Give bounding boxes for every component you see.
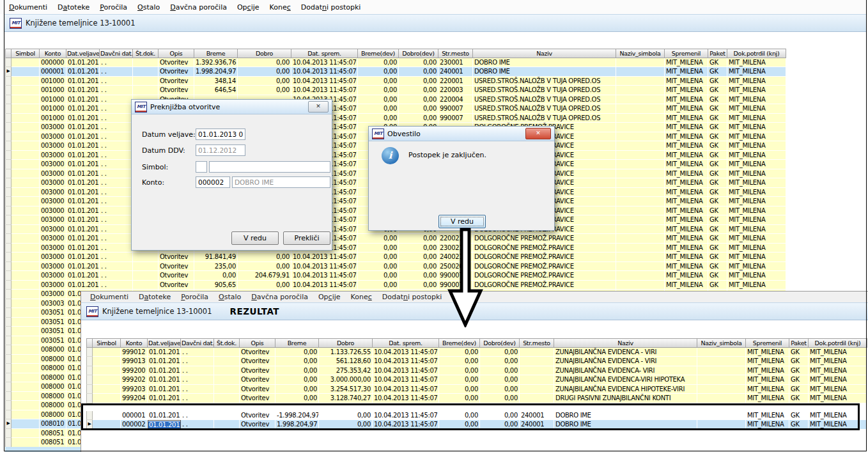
- menu-item-dodatni-postopki[interactable]: Dodatni postopki: [377, 293, 447, 301]
- column-header-bdev[interactable]: Breme(dev): [358, 49, 399, 58]
- column-header-davd[interactable]: Davčni dat.: [181, 338, 214, 348]
- cell-stdok: [214, 420, 240, 430]
- ok-button[interactable]: V redu: [438, 215, 486, 228]
- column-header-datv[interactable]: Dat.veljave: [66, 49, 100, 58]
- selected-row-marker: ▶: [5, 67, 12, 77]
- dialog-titlebar[interactable]: MIT Obvestilo ✕: [369, 127, 554, 141]
- cell-dats: 10.04.2013 11:45:07: [291, 58, 358, 68]
- column-header-paket[interactable]: Paket: [708, 49, 727, 58]
- column-header-strm[interactable]: Str.mesto: [438, 49, 473, 58]
- menu-item-opcije[interactable]: Opcije: [232, 3, 265, 12]
- konto-field[interactable]: 000002: [196, 176, 230, 188]
- row-indicator: [5, 429, 12, 439]
- column-header-strm[interactable]: Str.mesto: [520, 338, 554, 348]
- menu-item-porocila[interactable]: Poročila: [95, 3, 132, 12]
- cell-davd: . .: [100, 151, 133, 160]
- column-header-breme[interactable]: Breme: [275, 338, 319, 348]
- table-row[interactable]: 00300001.01.2013. .Otvoritev91.841,490,0…: [5, 253, 856, 262]
- menu-item-ostalo[interactable]: Ostalo: [213, 293, 246, 301]
- column-header-ddev[interactable]: Dobro(dev): [399, 49, 438, 58]
- close-icon[interactable]: ✕: [525, 128, 551, 139]
- column-header-sprem[interactable]: Spremenil: [746, 338, 789, 348]
- window-titlebar[interactable]: MIT Knjižene temeljnice 13-10001 REZULTA…: [81, 302, 868, 320]
- menu-item-ostalo[interactable]: Ostalo: [132, 3, 165, 12]
- menu-item-dokumenti[interactable]: Dokumenti: [4, 3, 52, 12]
- table-row[interactable]: 00100001.01.2013. .Otvoritev646,540,0010…: [5, 86, 856, 95]
- table-row[interactable]: 00000001.01.2013. .Otvoritev1.392.936,76…: [5, 58, 856, 68]
- cell-nsim: [616, 86, 665, 95]
- datum-veljave-field[interactable]: 01.01.2013 0: [196, 129, 245, 140]
- column-header-stdok[interactable]: Št.dok.: [133, 49, 159, 58]
- column-header-sprem[interactable]: Spremenil: [665, 49, 708, 58]
- column-header-datv[interactable]: Dat.veljave: [148, 338, 181, 348]
- menu-item-dokumenti[interactable]: Dokumenti: [85, 293, 134, 301]
- rezultat-annotation: REZULTAT: [230, 306, 280, 316]
- cell-sprem: MIT_MILENA: [665, 253, 708, 262]
- table-row[interactable]: 99920001.01.2013. .Otvoritev0,00275.353,…: [86, 366, 868, 376]
- column-header-konto[interactable]: Konto: [121, 338, 148, 348]
- table-row[interactable]: 00300001.01.2013. .Otvoritev0,00204.679,…: [5, 271, 856, 281]
- column-header-dobro[interactable]: Dobro: [238, 49, 291, 58]
- table-row[interactable]: 99901301.01.2013. .Otvoritev0,00561.128,…: [86, 357, 868, 366]
- cell-nsim: [697, 420, 746, 430]
- table-row[interactable]: ▶00000101.01.2013. .Otvoritev1.998.204,9…: [5, 67, 856, 77]
- menu-item-davcna-porocila[interactable]: Davčna poročila: [165, 3, 232, 12]
- mit-logo-icon: MIT: [372, 129, 384, 139]
- datum-ddv-field[interactable]: 01.12.2012: [196, 144, 245, 156]
- cell-simbol: [12, 419, 40, 429]
- column-header-nsim[interactable]: Naziv_simbola: [616, 49, 665, 58]
- column-header-dats[interactable]: Dat. sprem.: [373, 338, 439, 348]
- menu-item-datoteke[interactable]: Datoteke: [134, 293, 176, 301]
- menu-item-dodatni-postopki[interactable]: Dodatni postopki: [296, 3, 366, 12]
- partial-selected-row[interactable]: [5, 447, 81, 452]
- column-header-nsim[interactable]: Naziv_simbola: [697, 338, 746, 348]
- cell-konto: 001000: [40, 77, 66, 86]
- cancel-button[interactable]: Prekliči: [283, 231, 330, 245]
- table-row[interactable]: 99920401.01.2013. .Otvoritev0,003.128.74…: [86, 394, 868, 403]
- column-header-simbol[interactable]: Simbol: [93, 338, 121, 348]
- column-header-opis[interactable]: Opis: [240, 338, 275, 348]
- cell-davd: . .: [100, 253, 133, 262]
- column-header-dokp[interactable]: Dok.potrdil (knj): [727, 49, 786, 58]
- cell-bdev: 0,00: [439, 394, 480, 403]
- table-row[interactable]: 00000101.01.2013. .Otvoritev-1.998.204,9…: [86, 411, 868, 421]
- close-icon[interactable]: ✕: [308, 101, 329, 113]
- column-header-paket[interactable]: Paket: [789, 338, 809, 348]
- dialog-titlebar[interactable]: MIT Preknjižba otvoritve ✕: [132, 100, 332, 114]
- table-row[interactable]: 99920301.01.2013. .Otvoritev0,003.254.51…: [86, 385, 868, 394]
- window-titlebar[interactable]: MIT Knjižene temeljnice 13-10001: [4, 14, 867, 32]
- ok-button[interactable]: V redu: [231, 231, 279, 245]
- table-row[interactable]: 99920201.01.2013. .Otvoritev0,003.000.00…: [86, 375, 868, 385]
- inline-date-editor[interactable]: 01.01.201: [148, 420, 181, 430]
- table-row[interactable]: 00100001.01.2013. .Otvoritev348,140,0010…: [5, 77, 856, 86]
- column-header-bdev[interactable]: Breme(dev): [439, 338, 480, 348]
- column-header-konto[interactable]: Konto: [40, 49, 66, 58]
- menu-item-datoteke[interactable]: Datoteke: [52, 3, 95, 12]
- menu-item-konec[interactable]: Konec: [346, 293, 377, 301]
- table-row[interactable]: ▶00000201.01.201. .Otvoritev1.998.204,97…: [86, 420, 868, 430]
- menu-item-porocila[interactable]: Poročila: [176, 293, 213, 301]
- column-header-stdok[interactable]: Št.dok.: [214, 338, 240, 348]
- menu-item-davcna-porocila[interactable]: Davčna poročila: [246, 293, 313, 301]
- simbol-field[interactable]: [196, 161, 207, 173]
- column-header-dobro[interactable]: Dobro: [319, 338, 373, 348]
- cell-datv: 01.01.2013: [66, 114, 100, 123]
- column-header-naziv[interactable]: Naziv: [473, 49, 616, 58]
- column-header-simbol[interactable]: Simbol: [12, 49, 40, 58]
- column-header-breme[interactable]: Breme: [194, 49, 238, 58]
- column-header-dokp[interactable]: Dok.potrdil (knj): [809, 338, 867, 348]
- column-header-dats[interactable]: Dat. sprem.: [291, 49, 358, 58]
- column-header-davd[interactable]: Davčni dat.: [100, 49, 133, 58]
- column-header-ddev[interactable]: Dobro(dev): [480, 338, 520, 348]
- table-row[interactable]: 00300001.01.2013. .Otvoritev235,000,0010…: [5, 262, 856, 272]
- column-header-opis[interactable]: Opis: [159, 49, 194, 58]
- simbol-name-field[interactable]: [209, 161, 330, 173]
- menu-item-opcije[interactable]: Opcije: [313, 293, 346, 301]
- column-header-naziv[interactable]: Naziv: [554, 338, 697, 348]
- cell-dobro: 0,00: [238, 67, 291, 77]
- table-row[interactable]: 99901201.01.2013. .Otvoritev0,001.133.72…: [86, 348, 868, 357]
- cell-sprem: MIT_MILENA: [746, 394, 789, 403]
- menu-item-konec[interactable]: Konec: [265, 3, 296, 12]
- table-row[interactable]: 00300001.01.2013. .Otvoritev905,650,0010…: [5, 281, 856, 290]
- cell-ddev: 0,00: [480, 420, 520, 430]
